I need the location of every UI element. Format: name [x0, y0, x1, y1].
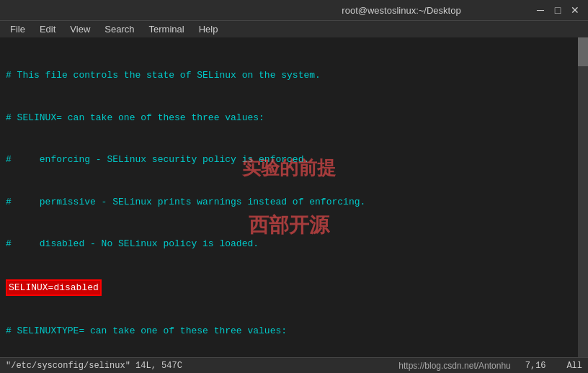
menu-help[interactable]: Help — [192, 21, 226, 37]
menu-view[interactable]: View — [63, 21, 97, 37]
line-6: SELINUX=disabled — [6, 279, 572, 297]
selinux-value: SELINUX=disabled — [6, 279, 102, 297]
status-bar: "/etc/sysconfig/selinux" 14L, 547C https… — [0, 357, 588, 373]
watermark-text-2: 西部开源 — [242, 210, 336, 241]
window-title: root@westoslinux:~/Desktop — [270, 5, 533, 16]
editor-content[interactable]: # This file controls the state of SELinu… — [0, 37, 578, 357]
menu-edit[interactable]: Edit — [32, 21, 63, 37]
status-url: https://blog.csdn.net/Antonhu — [398, 361, 510, 371]
line-2: # SELINUX= can take one of these three v… — [6, 111, 572, 125]
editor-area: # This file controls the state of SELinu… — [0, 37, 588, 357]
close-button[interactable]: ✕ — [568, 3, 582, 17]
scrollbar-thumb[interactable] — [578, 37, 588, 66]
cursor-position: 7,16 All — [525, 361, 582, 371]
line-7: # SELINUXTYPE= can take one of these thr… — [6, 324, 572, 338]
maximize-button[interactable]: □ — [551, 3, 565, 17]
window-controls: ─ □ ✕ — [533, 3, 582, 17]
file-info: "/etc/sysconfig/selinux" 14L, 547C — [6, 361, 182, 371]
line-1: # This file controls the state of SELinu… — [6, 68, 572, 83]
line-4: # permissive - SELinux prints warnings i… — [6, 195, 572, 210]
line-3: # enforcing - SELinux security policy is… — [6, 153, 572, 167]
terminal-window: root@westoslinux:~/Desktop ─ □ ✕ File Ed… — [0, 0, 588, 373]
menu-search[interactable]: Search — [97, 21, 141, 37]
scrollbar[interactable] — [578, 37, 588, 357]
minimize-button[interactable]: ─ — [533, 3, 548, 17]
menu-terminal[interactable]: Terminal — [142, 21, 192, 37]
title-bar: root@westoslinux:~/Desktop ─ □ ✕ — [0, 0, 588, 20]
menu-file[interactable]: File — [3, 21, 32, 37]
line-5: # disabled - No SELinux policy is loaded… — [6, 237, 572, 251]
menu-bar: File Edit View Search Terminal Help — [0, 20, 588, 37]
